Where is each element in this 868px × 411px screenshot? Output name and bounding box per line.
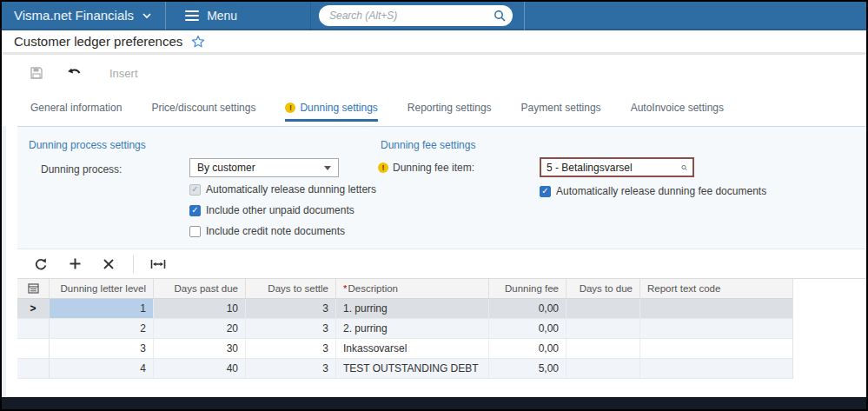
dunning-fee-item-input[interactable] — [547, 162, 681, 174]
grid-row[interactable]: 3303Inkassovarsel0,00 — [17, 339, 793, 359]
tab-autoinvoice-settings[interactable]: AutoInvoice settings — [631, 91, 724, 122]
main-menu-button[interactable]: Menu — [166, 2, 256, 29]
grid-cell-days-past-due[interactable]: 40 — [154, 359, 246, 378]
column-header-days-past-due[interactable]: Days past due — [154, 279, 246, 298]
column-header-report-text-code[interactable]: Report text code — [640, 279, 793, 298]
grid-cell-report-text-code[interactable] — [640, 319, 793, 338]
grid-cell-description[interactable]: TEST OUTSTANDING DEBT — [336, 359, 489, 378]
row-selector[interactable] — [17, 319, 50, 338]
column-header-dunning-letter-level[interactable]: Dunning letter level — [50, 279, 154, 298]
checkbox: ✓ — [189, 184, 201, 196]
grid-cell-days-to-due[interactable] — [567, 359, 640, 378]
grid-cell-dunning-fee[interactable]: 5,00 — [489, 359, 567, 378]
tab-price-discount-settings[interactable]: Price/discount settings — [151, 91, 255, 122]
dunning-levels-grid: Dunning letter levelDays past dueDays to… — [17, 279, 793, 379]
record-toolbar: Insert — [2, 55, 866, 91]
column-header-days-to-settle[interactable]: Days to settle — [246, 279, 336, 298]
add-row-button[interactable] — [65, 255, 84, 274]
grid-cell-description[interactable]: Inkassovarsel — [336, 339, 489, 358]
grid-cell-dunning-fee[interactable]: 0,00 — [489, 339, 567, 358]
grid-settings-icon — [28, 283, 39, 294]
dropdown-caret-icon — [324, 166, 331, 170]
dunning-fee-item-label-row: ! Dunning fee item: — [378, 162, 474, 174]
grid-row[interactable]: >11031. purring0,00 — [17, 299, 793, 319]
save-button[interactable] — [28, 64, 45, 82]
undo-button[interactable] — [66, 64, 83, 82]
warning-icon: ! — [285, 103, 295, 113]
search-icon[interactable] — [494, 10, 506, 22]
row-pointer-icon[interactable]: > — [17, 299, 50, 318]
refresh-icon — [34, 257, 48, 271]
column-header-days-to-due[interactable]: Days to due — [567, 279, 640, 298]
column-header-label: Report text code — [647, 283, 720, 294]
option-include-other-unpaid-documents: ✓Include other unpaid documents — [189, 200, 376, 221]
grid-cell-report-text-code[interactable] — [640, 359, 793, 378]
grid-cell-description[interactable]: 1. purring — [336, 299, 489, 318]
grid-cell-days-past-due[interactable]: 30 — [154, 339, 246, 358]
grid-row[interactable]: 4403TEST OUTSTANDING DEBT5,00 — [17, 359, 793, 379]
grid-cell-report-text-code[interactable] — [640, 339, 793, 358]
delete-row-button[interactable] — [99, 255, 118, 274]
grid-cell-dunning-fee[interactable]: 0,00 — [489, 299, 567, 318]
dunning-process-options: ✓Automatically release dunning letters✓I… — [189, 179, 376, 242]
grid-cell-days-to-due[interactable] — [567, 339, 640, 358]
grid-cell-dunning-letter-level[interactable]: 1 — [50, 299, 154, 318]
row-selector[interactable] — [17, 339, 50, 358]
settings-area: Dunning process settings Dunning process… — [17, 127, 866, 249]
column-header-dunning-fee[interactable]: Dunning fee — [489, 279, 567, 298]
insert-button[interactable]: Insert — [109, 67, 138, 80]
checkbox[interactable]: ✓ — [189, 205, 201, 216]
tab-bar: General informationPrice/discount settin… — [2, 91, 866, 122]
hamburger-menu-icon — [185, 10, 199, 21]
checkbox[interactable]: ✓ — [540, 186, 551, 197]
dunning-settings-panel: Dunning process settings Dunning process… — [17, 126, 866, 397]
option-include-credit-note-documents: Include credit note documents — [189, 221, 376, 242]
checkbox[interactable] — [189, 226, 201, 237]
tab-reporting-settings[interactable]: Reporting settings — [407, 91, 492, 122]
section-title-dunning-fee: Dunning fee settings — [381, 139, 475, 151]
lookup-magnifier-icon[interactable] — [681, 162, 687, 173]
tab-label: AutoInvoice settings — [631, 102, 724, 114]
app-switcher[interactable]: Visma.net Financials — [2, 8, 165, 23]
grid-cell-days-to-due[interactable] — [567, 299, 640, 318]
toolbar-separator — [133, 255, 134, 273]
page-title: Customer ledger preferences — [14, 34, 182, 49]
dunning-process-select[interactable]: By customer — [189, 158, 339, 177]
required-marker: * — [343, 283, 347, 294]
dunning-process-value: By customer — [197, 162, 324, 174]
section-title-dunning-process: Dunning process settings — [29, 139, 146, 151]
grid-cell-report-text-code[interactable] — [640, 299, 793, 318]
search-input[interactable] — [329, 10, 494, 22]
grid-cell-days-to-settle[interactable]: 3 — [246, 319, 336, 338]
grid-toolbar — [17, 249, 866, 279]
page-title-bar: Customer ledger preferences — [2, 30, 866, 55]
grid-cell-days-past-due[interactable]: 10 — [154, 299, 246, 318]
grid-cell-dunning-letter-level[interactable]: 2 — [50, 319, 154, 338]
grid-cell-days-to-settle[interactable]: 3 — [246, 299, 336, 318]
row-selector[interactable] — [17, 359, 50, 378]
grid-cell-dunning-letter-level[interactable]: 4 — [50, 359, 154, 378]
refresh-button[interactable] — [31, 255, 50, 274]
grid-cell-days-past-due[interactable]: 20 — [154, 319, 246, 338]
column-header-description[interactable]: *Description — [336, 279, 489, 298]
tab-payment-settings[interactable]: Payment settings — [521, 91, 601, 122]
grid-cell-dunning-letter-level[interactable]: 3 — [50, 339, 154, 358]
tab-label: Reporting settings — [407, 102, 492, 114]
grid-cell-dunning-fee[interactable]: 0,00 — [489, 319, 567, 338]
star-favorite-icon[interactable] — [191, 35, 205, 49]
tab-dunning-settings[interactable]: !Dunning settings — [285, 91, 377, 122]
menu-label: Menu — [207, 9, 237, 23]
option-automatically-release-dunning-fee-documents: ✓Automatically release dunning fee docum… — [540, 181, 766, 202]
grid-cell-days-to-settle[interactable]: 3 — [246, 359, 336, 378]
column-header-label: Days to settle — [268, 283, 328, 294]
grid-cell-days-to-due[interactable] — [567, 319, 640, 338]
grid-cell-description[interactable]: 2. purring — [336, 319, 489, 338]
grid-settings-header-cell[interactable] — [17, 279, 50, 298]
app-title: Visma.net Financials — [14, 8, 134, 23]
tab-general-information[interactable]: General information — [30, 91, 122, 122]
dunning-fee-item-field — [540, 157, 694, 177]
fit-width-button[interactable] — [149, 255, 168, 274]
grid-row[interactable]: 22032. purring0,00 — [17, 319, 793, 339]
fit-width-icon — [150, 258, 166, 270]
grid-cell-days-to-settle[interactable]: 3 — [246, 339, 336, 358]
